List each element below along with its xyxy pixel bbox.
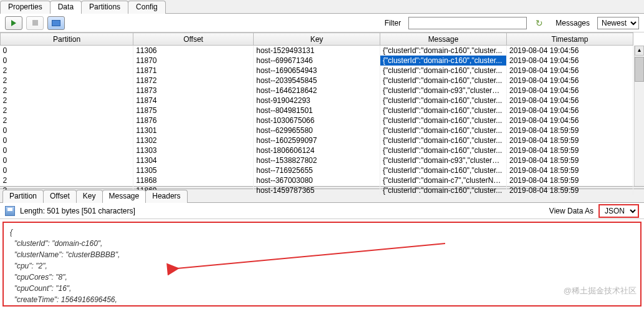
stop-button[interactable] xyxy=(26,16,44,30)
table-cell: host-919042293 xyxy=(253,96,380,106)
stop-icon xyxy=(32,20,38,26)
table-cell: 2019-08-04 19:04:56 xyxy=(506,86,633,96)
view-data-as-label: View Data As xyxy=(549,207,594,215)
table-row[interactable]: 211868host--367003080{"clusterId":"domai… xyxy=(1,175,633,185)
col-key[interactable]: Key xyxy=(253,33,380,46)
col-offset[interactable]: Offset xyxy=(133,33,254,46)
table-cell: 0 xyxy=(1,56,133,66)
table-cell: 11304 xyxy=(133,155,254,165)
table-cell: 0 xyxy=(1,145,133,155)
table-cell: {"clusterId":"domain-c93","clusterN... xyxy=(380,155,506,165)
save-icon[interactable] xyxy=(5,206,15,216)
table-row[interactable]: 011304host--1538827802{"clusterId":"doma… xyxy=(1,155,633,165)
table-cell: 2019-08-04 18:59:59 xyxy=(506,125,633,135)
vertical-scrollbar[interactable]: ▴ xyxy=(634,46,644,186)
filter-input[interactable] xyxy=(408,17,527,29)
tab-partitions[interactable]: Partitions xyxy=(81,1,128,14)
table-row[interactable]: 011303host-1806606124{"clusterId":"domai… xyxy=(1,145,633,155)
json-line: "cpu": "2", xyxy=(10,260,634,272)
table-cell: 0 xyxy=(1,46,133,56)
table-row[interactable]: 011870host--699671346{"clusterId":"domai… xyxy=(1,56,633,66)
detail-tab-partition[interactable]: Partition xyxy=(2,190,44,203)
table-cell: host-1529493131 xyxy=(253,46,380,56)
table-cell: 2 xyxy=(1,76,133,86)
detail-tab-key[interactable]: Key xyxy=(76,190,103,203)
table-cell: {"clusterId":"domain-c160","cluster... xyxy=(380,106,506,115)
play-icon xyxy=(11,20,16,26)
scroll-up-icon[interactable]: ▴ xyxy=(635,46,644,56)
table-cell: {"clusterId":"domain-c7","clusterNa... xyxy=(380,175,506,185)
table-cell: 11873 xyxy=(133,86,254,96)
table-row[interactable]: 211874host-919042293{"clusterId":"domain… xyxy=(1,96,633,106)
col-message[interactable]: Message xyxy=(380,33,506,46)
table-cell: {"clusterId":"domain-c160","cluster... xyxy=(380,145,506,155)
table-cell: 2019-08-04 18:59:59 xyxy=(506,135,633,145)
json-line: "clusterId": "domain-c160", xyxy=(10,238,634,249)
table-cell: 2019-08-04 19:04:56 xyxy=(506,96,633,106)
table-cell: {"clusterId":"domain-c160","cluster... xyxy=(380,76,506,86)
table-cell: 11875 xyxy=(133,106,254,115)
table-cell: 2019-08-04 18:59:59 xyxy=(506,145,633,155)
table-cell: 2 xyxy=(1,115,133,125)
table-cell: 0 xyxy=(1,155,133,165)
table-cell: 2019-08-04 18:59:59 xyxy=(506,165,633,175)
table-cell: 2019-08-04 18:59:59 xyxy=(506,175,633,185)
table-cell: host-1030675066 xyxy=(253,115,380,125)
table-cell: {"clusterId":"domain-c160","cluster... xyxy=(380,96,506,106)
table-cell: host--1646218642 xyxy=(253,86,380,96)
table-row[interactable]: 011302host--1602599097{"clusterId":"doma… xyxy=(1,135,633,145)
detail-tab-message[interactable]: Message xyxy=(102,190,147,203)
table-row[interactable]: 011301host--629965580{"clusterId":"domai… xyxy=(1,125,633,135)
table-cell: {"clusterId":"domain-c160","cluster... xyxy=(380,125,506,135)
view-mode-button[interactable] xyxy=(47,16,65,30)
table-cell: 11306 xyxy=(133,46,254,56)
table-cell: 0 xyxy=(1,165,133,175)
scroll-thumb[interactable] xyxy=(635,57,644,82)
length-label: Length: 501 bytes [501 characters] xyxy=(20,207,135,215)
table-cell: host-1806606124 xyxy=(253,145,380,155)
table-cell: host-1459787365 xyxy=(253,185,380,195)
json-line: "cpuCount": "16", xyxy=(10,283,634,294)
messages-grid: Partition Offset Key Message Timestamp 0… xyxy=(0,32,644,186)
table-cell: 2019-08-04 19:04:56 xyxy=(506,76,633,86)
detail-tab-offset[interactable]: Offset xyxy=(43,190,77,203)
table-cell: 2019-08-04 19:04:56 xyxy=(506,66,633,76)
table-cell: {"clusterId":"domain-c160","cluster... xyxy=(380,185,506,195)
table-cell: 2019-08-04 19:04:56 xyxy=(506,115,633,125)
table-row[interactable]: 011306host-1529493131{"clusterId":"domai… xyxy=(1,46,633,56)
play-button[interactable] xyxy=(5,16,22,30)
table-cell: 2 xyxy=(1,66,133,76)
tab-data[interactable]: Data xyxy=(50,1,82,14)
table-cell: 2019-08-04 19:04:56 xyxy=(506,56,633,66)
col-partition[interactable]: Partition xyxy=(1,33,133,46)
detail-tab-headers[interactable]: Headers xyxy=(145,190,187,203)
table-cell: 2019-08-04 19:04:56 xyxy=(506,106,633,115)
table-cell: {"clusterId":"domain-c160","cluster... xyxy=(380,56,506,66)
table-row[interactable]: 211872host--2039545845{"clusterId":"doma… xyxy=(1,76,633,86)
col-timestamp[interactable]: Timestamp xyxy=(506,33,633,46)
table-cell: 2019-08-04 18:59:59 xyxy=(506,155,633,165)
top-tabs: Properties Data Partitions Config xyxy=(0,0,644,14)
table-cell: 0 xyxy=(1,125,133,135)
tab-properties[interactable]: Properties xyxy=(0,1,50,14)
table-row[interactable]: 211871host--1690654943{"clusterId":"doma… xyxy=(1,66,633,76)
messages-order-select[interactable]: Newest xyxy=(597,17,639,29)
tab-config[interactable]: Config xyxy=(128,1,166,14)
table-cell: 11305 xyxy=(133,165,254,175)
table-cell: {"clusterId":"domain-c160","cluster... xyxy=(380,165,506,175)
table-cell: 11870 xyxy=(133,56,254,66)
table-row[interactable]: 211876host-1030675066{"clusterId":"domai… xyxy=(1,115,633,125)
table-cell: 11302 xyxy=(133,135,254,145)
table-cell: 2 xyxy=(1,175,133,185)
table-row[interactable]: 211873host--1646218642{"clusterId":"doma… xyxy=(1,86,633,96)
table-cell: {"clusterId":"domain-c160","cluster... xyxy=(380,66,506,76)
view-data-as-select[interactable]: JSON xyxy=(598,204,639,218)
table-cell: {"clusterId":"domain-c160","cluster... xyxy=(380,46,506,56)
table-row[interactable]: 011305host--716925655{"clusterId":"domai… xyxy=(1,165,633,175)
table-cell: 11876 xyxy=(133,115,254,125)
table-row[interactable]: 211875host--804981501{"clusterId":"domai… xyxy=(1,106,633,115)
json-line: "clusterName": "clusterBBBBB", xyxy=(10,249,634,260)
messages-label: Messages xyxy=(555,19,590,27)
refresh-icon[interactable]: ↻ xyxy=(536,18,543,28)
table-cell: {"clusterId":"domain-c93","clusterN... xyxy=(380,86,506,96)
